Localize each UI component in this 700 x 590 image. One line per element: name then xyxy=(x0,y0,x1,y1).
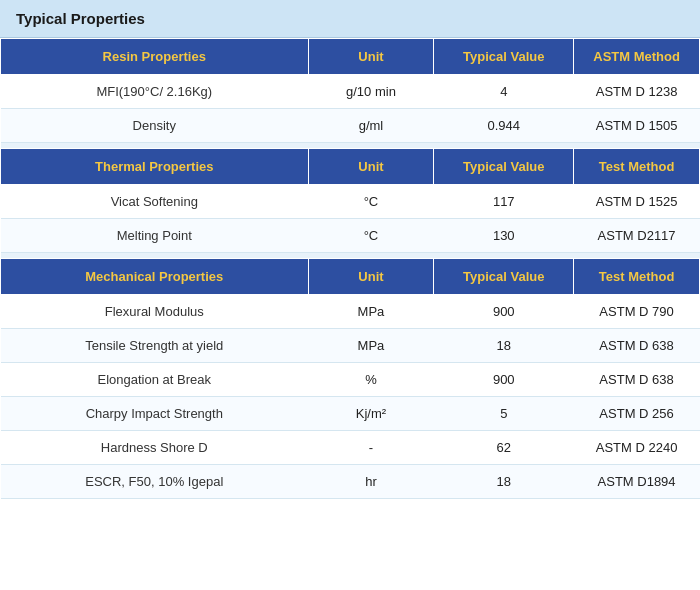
thermal-row-1: Melting Point °C 130 ASTM D2117 xyxy=(1,219,700,253)
thermal-method-1: ASTM D2117 xyxy=(574,219,700,253)
resin-property-1: Density xyxy=(1,109,309,143)
mechanical-property-header: Mechanical Properties xyxy=(1,259,309,295)
mechanical-property-3: Charpy Impact Strength xyxy=(1,397,309,431)
mechanical-property-5: ESCR, F50, 10% Igepal xyxy=(1,465,309,499)
thermal-row-0: Vicat Softening °C 117 ASTM D 1525 xyxy=(1,185,700,219)
properties-table: Resin Properties Unit Typical Value ASTM… xyxy=(0,38,700,499)
mechanical-value-4: 62 xyxy=(434,431,574,465)
resin-header-row: Resin Properties Unit Typical Value ASTM… xyxy=(1,39,700,75)
mechanical-row-0: Flexural Modulus MPa 900 ASTM D 790 xyxy=(1,295,700,329)
thermal-unit-header: Unit xyxy=(308,149,434,185)
thermal-value-0: 117 xyxy=(434,185,574,219)
mechanical-value-header: Typical Value xyxy=(434,259,574,295)
resin-unit-0: g/10 min xyxy=(308,75,434,109)
resin-unit-1: g/ml xyxy=(308,109,434,143)
mechanical-value-5: 18 xyxy=(434,465,574,499)
mechanical-unit-2: % xyxy=(308,363,434,397)
mechanical-row-2: Elongation at Break % 900 ASTM D 638 xyxy=(1,363,700,397)
thermal-section: Thermal Properties Unit Typical Value Te… xyxy=(1,149,700,259)
resin-property-header: Resin Properties xyxy=(1,39,309,75)
mechanical-unit-3: Kj/m² xyxy=(308,397,434,431)
mechanical-unit-1: MPa xyxy=(308,329,434,363)
thermal-property-1: Melting Point xyxy=(1,219,309,253)
thermal-value-header: Typical Value xyxy=(434,149,574,185)
resin-value-1: 0.944 xyxy=(434,109,574,143)
resin-value-header: Typical Value xyxy=(434,39,574,75)
mechanical-value-2: 900 xyxy=(434,363,574,397)
mechanical-unit-header: Unit xyxy=(308,259,434,295)
mechanical-unit-4: - xyxy=(308,431,434,465)
mechanical-property-0: Flexural Modulus xyxy=(1,295,309,329)
mechanical-property-1: Tensile Strength at yield xyxy=(1,329,309,363)
mechanical-row-3: Charpy Impact Strength Kj/m² 5 ASTM D 25… xyxy=(1,397,700,431)
mechanical-row-5: ESCR, F50, 10% Igepal hr 18 ASTM D1894 xyxy=(1,465,700,499)
resin-method-0: ASTM D 1238 xyxy=(574,75,700,109)
resin-method-header: ASTM Method xyxy=(574,39,700,75)
mechanical-unit-5: hr xyxy=(308,465,434,499)
resin-property-0: MFI(190°C/ 2.16Kg) xyxy=(1,75,309,109)
mechanical-header-row: Mechanical Properties Unit Typical Value… xyxy=(1,259,700,295)
mechanical-property-4: Hardness Shore D xyxy=(1,431,309,465)
page-wrapper: Typical Properties Resin Properties Unit… xyxy=(0,0,700,499)
mechanical-method-4: ASTM D 2240 xyxy=(574,431,700,465)
thermal-unit-1: °C xyxy=(308,219,434,253)
thermal-method-0: ASTM D 1525 xyxy=(574,185,700,219)
page-title: Typical Properties xyxy=(0,0,700,38)
mechanical-value-1: 18 xyxy=(434,329,574,363)
resin-row-1: Density g/ml 0.944 ASTM D 1505 xyxy=(1,109,700,143)
mechanical-unit-0: MPa xyxy=(308,295,434,329)
thermal-unit-0: °C xyxy=(308,185,434,219)
mechanical-property-2: Elongation at Break xyxy=(1,363,309,397)
thermal-method-header: Test Method xyxy=(574,149,700,185)
mechanical-section: Mechanical Properties Unit Typical Value… xyxy=(1,259,700,499)
resin-value-0: 4 xyxy=(434,75,574,109)
mechanical-method-header: Test Method xyxy=(574,259,700,295)
thermal-property-header: Thermal Properties xyxy=(1,149,309,185)
mechanical-method-5: ASTM D1894 xyxy=(574,465,700,499)
mechanical-method-0: ASTM D 790 xyxy=(574,295,700,329)
mechanical-value-3: 5 xyxy=(434,397,574,431)
thermal-value-1: 130 xyxy=(434,219,574,253)
resin-section: Resin Properties Unit Typical Value ASTM… xyxy=(1,39,700,149)
mechanical-method-1: ASTM D 638 xyxy=(574,329,700,363)
resin-unit-header: Unit xyxy=(308,39,434,75)
resin-row-0: MFI(190°C/ 2.16Kg) g/10 min 4 ASTM D 123… xyxy=(1,75,700,109)
mechanical-row-1: Tensile Strength at yield MPa 18 ASTM D … xyxy=(1,329,700,363)
mechanical-method-3: ASTM D 256 xyxy=(574,397,700,431)
mechanical-row-4: Hardness Shore D - 62 ASTM D 2240 xyxy=(1,431,700,465)
thermal-property-0: Vicat Softening xyxy=(1,185,309,219)
mechanical-method-2: ASTM D 638 xyxy=(574,363,700,397)
thermal-header-row: Thermal Properties Unit Typical Value Te… xyxy=(1,149,700,185)
mechanical-value-0: 900 xyxy=(434,295,574,329)
resin-method-1: ASTM D 1505 xyxy=(574,109,700,143)
